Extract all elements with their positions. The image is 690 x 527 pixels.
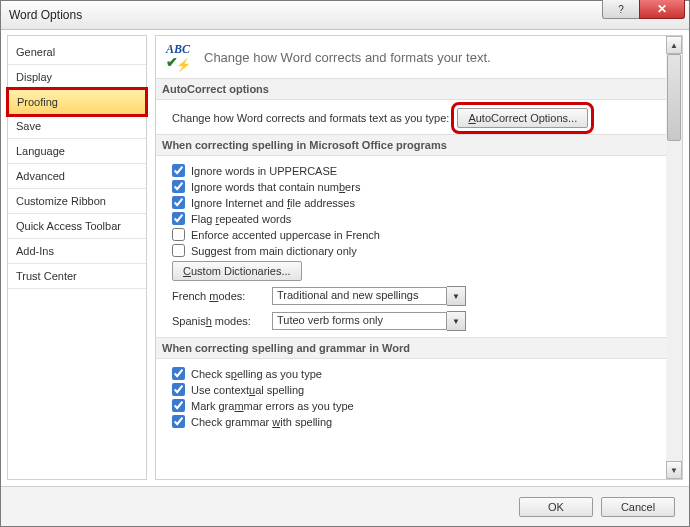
title-bar[interactable]: Word Options ? ✕ [1,1,689,30]
check-flag-repeated[interactable]: Flag repeated words [172,212,656,225]
french-modes-label: French modes: [172,290,272,302]
group-word-spelling-title: When correcting spelling and grammar in … [156,337,666,359]
sidebar-item-advanced[interactable]: Advanced [8,164,146,189]
custom-dictionaries-button[interactable]: Custom Dictionaries... [172,261,302,281]
category-sidebar: General Display Proofing Save Language A… [7,35,147,480]
spanish-modes-value: Tuteo verb forms only [272,312,447,330]
sidebar-item-qat[interactable]: Quick Access Toolbar [8,214,146,239]
help-button[interactable]: ? [602,0,640,19]
sidebar-item-trust-center[interactable]: Trust Center [8,264,146,289]
autocorrect-options-button[interactable]: AutoCorrect Options... [457,108,588,128]
scroll-track[interactable] [666,54,682,461]
sidebar-item-language[interactable]: Language [8,139,146,164]
scroll-thumb[interactable] [667,54,681,141]
help-icon: ? [618,4,624,15]
checkbox-ignore-numbers[interactable] [172,180,185,193]
group-autocorrect-title: AutoCorrect options [156,78,666,100]
chevron-down-icon: ▼ [452,317,460,326]
checkbox-flag-repeated[interactable] [172,212,185,225]
check-grammar-with-spelling[interactable]: Check grammar with spelling [172,415,656,428]
dialog-body: General Display Proofing Save Language A… [1,29,689,486]
ok-button[interactable]: OK [519,497,593,517]
chevron-up-icon: ▲ [670,41,678,50]
sidebar-item-display[interactable]: Display [8,65,146,90]
check-ignore-numbers[interactable]: Ignore words that contain numbers [172,180,656,193]
sidebar-item-proofing[interactable]: Proofing [8,89,146,115]
autocorrect-btn-rest: utoCorrect Options... [476,112,578,124]
close-button[interactable]: ✕ [639,0,685,19]
spanish-modes-combo[interactable]: Tuteo verb forms only ▼ [272,311,466,331]
scroll-up-button[interactable]: ▲ [666,36,682,54]
check-ignore-internet[interactable]: Ignore Internet and file addresses [172,196,656,209]
settings-scroll-area: ABC✔⚡ Change how Word corrects and forma… [156,36,666,479]
vertical-scrollbar[interactable]: ▲ ▼ [666,36,682,479]
check-spelling-as-type[interactable]: Check spelling as you type [172,367,656,380]
chevron-down-icon: ▼ [670,466,678,475]
check-main-dictionary[interactable]: Suggest from main dictionary only [172,244,656,257]
close-icon: ✕ [657,2,667,16]
french-modes-dropdown-button[interactable]: ▼ [447,286,466,306]
checkbox-accented-french[interactable] [172,228,185,241]
scroll-down-button[interactable]: ▼ [666,461,682,479]
window-title: Word Options [1,8,82,22]
check-grammar-as-type[interactable]: Mark grammar errors as you type [172,399,656,412]
sidebar-item-save[interactable]: Save [8,114,146,139]
check-accented-french[interactable]: Enforce accented uppercase in French [172,228,656,241]
group-office-spelling-title: When correcting spelling in Microsoft Of… [156,134,666,156]
checkbox-spelling-as-type[interactable] [172,367,185,380]
checkbox-grammar-as-type[interactable] [172,399,185,412]
spanish-modes-dropdown-button[interactable]: ▼ [447,311,466,331]
sidebar-item-customize-ribbon[interactable]: Customize Ribbon [8,189,146,214]
checkbox-grammar-with-spelling[interactable] [172,415,185,428]
window-controls: ? ✕ [603,0,685,19]
chevron-down-icon: ▼ [452,292,460,301]
checkbox-ignore-uppercase[interactable] [172,164,185,177]
sidebar-item-general[interactable]: General [8,40,146,65]
checkbox-ignore-internet[interactable] [172,196,185,209]
settings-panel: ABC✔⚡ Change how Word corrects and forma… [155,35,683,480]
checkbox-main-dictionary[interactable] [172,244,185,257]
cancel-button[interactable]: Cancel [601,497,675,517]
autocorrect-desc: Change how Word corrects and formats tex… [172,112,449,124]
french-modes-value: Traditional and new spellings [272,287,447,305]
sidebar-item-add-ins[interactable]: Add-Ins [8,239,146,264]
dialog-footer: OK Cancel [1,486,689,526]
page-heading: Change how Word corrects and formats you… [204,50,491,65]
check-ignore-uppercase[interactable]: Ignore words in UPPERCASE [172,164,656,177]
checkbox-contextual-spelling[interactable] [172,383,185,396]
word-options-dialog: Word Options ? ✕ General Display Proofin… [0,0,690,527]
french-modes-combo[interactable]: Traditional and new spellings ▼ [272,286,466,306]
check-contextual-spelling[interactable]: Use contextual spelling [172,383,656,396]
spanish-modes-label: Spanish modes: [172,315,272,327]
proofing-icon: ABC✔⚡ [166,44,194,70]
